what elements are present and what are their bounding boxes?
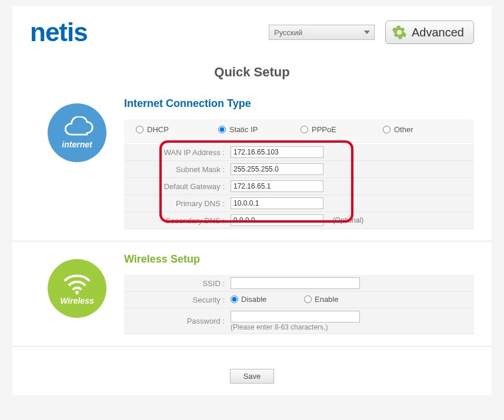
radio-other[interactable]: Other (383, 125, 465, 134)
wireless-form: SSID : Security : Disable Enable (124, 275, 474, 334)
radio-dhcp[interactable]: DHCP (136, 125, 218, 134)
gateway-label: Default Gateway : (124, 178, 227, 195)
wireless-badge: Wireless (48, 259, 106, 318)
advanced-label: Advanced (412, 26, 464, 39)
header: netis Русский Advanced (12, 6, 492, 59)
save-button[interactable]: Save (230, 369, 275, 384)
language-select[interactable]: Русский (269, 25, 375, 40)
page-title: Quick Setup (12, 65, 492, 80)
logo: netis (30, 18, 88, 47)
static-ip-form: WAN IP Address : Subnet Mask : Default G… (124, 144, 474, 229)
cloud-icon (59, 116, 95, 139)
advanced-button[interactable]: Advanced (385, 21, 474, 44)
gateway-input[interactable] (231, 180, 323, 192)
password-label: Password : (124, 308, 227, 334)
primary-dns-label: Primary DNS : (124, 195, 227, 212)
wireless-section-title: Wireless Setup (124, 253, 474, 266)
security-label: Security : (124, 292, 227, 308)
ssid-label: SSID : (124, 275, 227, 292)
radio-static-ip[interactable]: Static IP (218, 125, 301, 134)
radio-dhcp-input[interactable] (136, 126, 143, 133)
password-hint: (Please enter 8-63 characters.) (231, 323, 328, 331)
radio-static-ip-label: Static IP (229, 125, 258, 134)
radio-other-label: Other (394, 125, 413, 134)
gear-icon (392, 25, 407, 40)
wireless-badge-label: Wireless (60, 296, 94, 305)
radio-pppoe-label: PPPoE (312, 125, 336, 134)
ssid-input[interactable] (231, 277, 360, 289)
internet-section-title: Internet Connection Type (124, 98, 474, 110)
radio-pppoe[interactable]: PPPoE (301, 125, 383, 134)
wan-ip-input[interactable] (231, 146, 323, 158)
wireless-section: Wireless Wireless Setup SSID : Security … (12, 253, 492, 347)
secondary-dns-label: Secondary DNS : (124, 212, 227, 229)
password-input[interactable] (231, 311, 360, 322)
security-enable-label: Enable (315, 295, 338, 304)
primary-dns-input[interactable] (231, 197, 323, 209)
subnet-input[interactable] (231, 163, 323, 175)
internet-badge-label: internet (62, 140, 92, 149)
radio-pppoe-input[interactable] (301, 126, 308, 133)
wan-ip-label: WAN IP Address : (124, 144, 227, 161)
security-enable-input[interactable] (304, 295, 312, 303)
wifi-icon (62, 271, 92, 295)
internet-section: internet Internet Connection Type DHCP S… (12, 98, 492, 241)
subnet-label: Subnet Mask : (124, 161, 227, 178)
optional-label: (Optional) (326, 216, 364, 224)
secondary-dns-input[interactable] (231, 214, 323, 226)
radio-static-ip-input[interactable] (218, 126, 226, 133)
radio-other-input[interactable] (383, 126, 390, 133)
security-disable[interactable]: Disable (231, 295, 266, 304)
security-enable[interactable]: Enable (304, 295, 338, 304)
radio-dhcp-label: DHCP (147, 125, 169, 134)
connection-type-row: DHCP Static IP PPPoE Other (124, 119, 474, 143)
security-disable-label: Disable (241, 295, 266, 304)
svg-point-0 (75, 291, 79, 294)
security-disable-input[interactable] (231, 295, 238, 303)
internet-badge: internet (48, 103, 106, 162)
